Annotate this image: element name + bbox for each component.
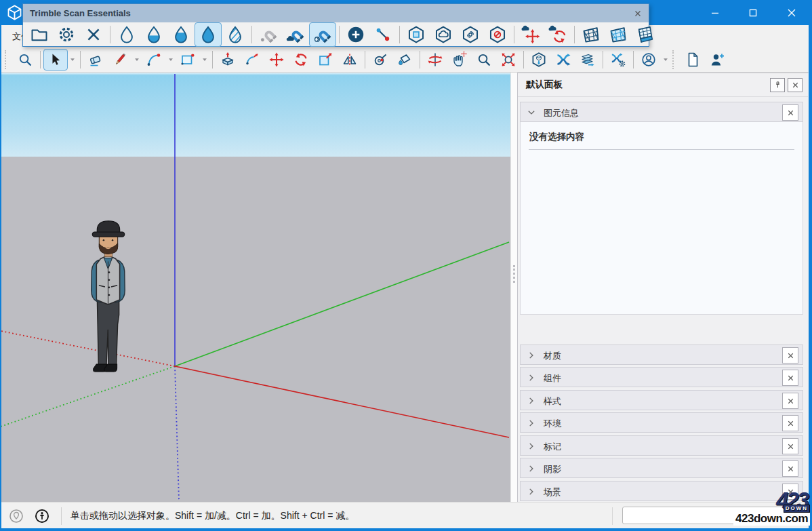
section-close-button[interactable] bbox=[782, 347, 798, 363]
push-pull-button[interactable] bbox=[216, 49, 240, 71]
drop-full-button[interactable] bbox=[195, 22, 222, 47]
hex-clipbox-button[interactable] bbox=[403, 22, 430, 47]
tray-pin-button[interactable] bbox=[770, 78, 785, 92]
scan-essentials-window[interactable]: Trimble Scan Essentials bbox=[22, 3, 649, 47]
mesh-shaded-button[interactable] bbox=[605, 22, 632, 47]
follow-me-button[interactable] bbox=[240, 49, 264, 71]
swap-arrows-button[interactable] bbox=[551, 49, 575, 71]
account-dropdown[interactable] bbox=[661, 50, 670, 69]
pencil-dropdown[interactable] bbox=[132, 50, 142, 69]
scan-essentials-close-button[interactable] bbox=[631, 7, 645, 20]
maximize-button[interactable] bbox=[737, 0, 769, 25]
chevron-down-icon bbox=[201, 56, 208, 63]
model-download-button[interactable] bbox=[527, 49, 551, 71]
layers-export-button[interactable] bbox=[575, 49, 600, 71]
move-button[interactable] bbox=[264, 49, 289, 71]
add-person-button[interactable] bbox=[705, 49, 729, 71]
scale-figure-person[interactable] bbox=[76, 218, 144, 377]
settings-gear-button[interactable] bbox=[53, 22, 80, 47]
zoom-extents-button[interactable] bbox=[496, 49, 521, 71]
drop-empty-button[interactable] bbox=[113, 22, 140, 47]
tray-section-entity-info[interactable]: 图元信息 bbox=[520, 102, 803, 122]
model-viewport[interactable] bbox=[0, 73, 510, 502]
toolbar-separator bbox=[399, 26, 400, 43]
geolocation-icon[interactable] bbox=[8, 508, 24, 524]
toolbar-drag-handle[interactable] bbox=[672, 50, 677, 69]
vcb-divider bbox=[612, 507, 613, 525]
arc-dropdown[interactable] bbox=[166, 50, 176, 69]
close-button[interactable] bbox=[776, 0, 807, 25]
select-button[interactable] bbox=[43, 49, 68, 71]
segment-points-button[interactable] bbox=[369, 22, 397, 47]
statusbar-divider bbox=[61, 507, 62, 525]
rectangle-button[interactable] bbox=[176, 49, 200, 71]
mesh-solid-button[interactable] bbox=[632, 22, 659, 47]
tray-section-styles[interactable]: 样式 bbox=[520, 390, 803, 410]
hex-cloud-button[interactable] bbox=[430, 22, 457, 47]
tray-section-environment[interactable]: 环境 bbox=[520, 412, 803, 433]
magnet-scan-button[interactable] bbox=[309, 22, 336, 47]
pencil-button[interactable] bbox=[108, 49, 132, 71]
arc-button[interactable] bbox=[142, 49, 166, 71]
tray-close-button[interactable] bbox=[788, 78, 803, 92]
section-close-button[interactable] bbox=[782, 104, 798, 121]
section-close-button[interactable] bbox=[782, 438, 798, 454]
zoom-extents-icon bbox=[500, 52, 516, 68]
scan-essentials-titlebar[interactable]: Trimble Scan Essentials bbox=[23, 4, 649, 22]
swap-settings-icon bbox=[610, 52, 626, 68]
toolbar-drag-handle[interactable] bbox=[5, 50, 9, 69]
pan-button[interactable] bbox=[447, 49, 472, 71]
tray-section-components[interactable]: 组件 bbox=[520, 367, 803, 387]
flip-button[interactable] bbox=[338, 49, 362, 71]
section-close-button[interactable] bbox=[782, 415, 798, 431]
move-cloud-button[interactable] bbox=[517, 22, 544, 47]
panel-splitter[interactable] bbox=[510, 73, 517, 502]
settings-gear-icon bbox=[57, 25, 76, 44]
magnet-cloud-button[interactable] bbox=[282, 22, 309, 47]
section-close-button[interactable] bbox=[782, 393, 798, 409]
toolbar-separator bbox=[523, 51, 524, 68]
credits-info-icon[interactable] bbox=[34, 508, 50, 524]
mesh-wireframe-button[interactable] bbox=[577, 22, 605, 47]
section-close-button[interactable] bbox=[782, 460, 798, 477]
add-point-button[interactable] bbox=[342, 22, 369, 47]
rectangle-icon bbox=[180, 52, 196, 68]
magnet-cloud-icon bbox=[286, 25, 305, 44]
drop-most-button[interactable] bbox=[167, 22, 195, 47]
tray-section-label: 环境 bbox=[544, 418, 561, 430]
new-document-button[interactable] bbox=[681, 49, 705, 71]
swap-settings-button[interactable] bbox=[606, 49, 630, 71]
scan-essentials-title: Trimble Scan Essentials bbox=[23, 8, 131, 18]
paint-bucket-button[interactable] bbox=[392, 49, 417, 71]
scale-button[interactable] bbox=[313, 49, 338, 71]
close-x-button[interactable] bbox=[80, 22, 107, 47]
zoom-button[interactable] bbox=[472, 49, 496, 71]
hex-scan-button[interactable] bbox=[457, 22, 484, 47]
tape-measure-button[interactable] bbox=[368, 49, 392, 71]
model-download-icon bbox=[531, 52, 547, 68]
rotate-cloud-button[interactable] bbox=[544, 22, 571, 47]
drop-hatched-button[interactable] bbox=[222, 22, 249, 47]
open-folder-button[interactable] bbox=[26, 22, 53, 47]
tray-section-tags[interactable]: 标记 bbox=[520, 435, 803, 456]
rectangle-dropdown[interactable] bbox=[200, 50, 209, 69]
tray-section-shadows[interactable]: 阴影 bbox=[520, 458, 803, 478]
hex-none-button[interactable] bbox=[484, 22, 511, 47]
select-dropdown[interactable] bbox=[68, 50, 77, 69]
close-icon bbox=[633, 9, 643, 18]
account-button[interactable] bbox=[636, 49, 661, 71]
rotate-button[interactable] bbox=[289, 49, 313, 71]
search-button[interactable] bbox=[13, 49, 37, 71]
orbit-button[interactable] bbox=[423, 49, 447, 71]
arc-icon bbox=[146, 52, 162, 68]
new-document-icon bbox=[685, 52, 701, 68]
chevron-right-icon bbox=[525, 486, 537, 498]
drop-half-button[interactable] bbox=[140, 22, 167, 47]
eraser-button[interactable] bbox=[83, 49, 108, 71]
section-close-button[interactable] bbox=[782, 370, 798, 386]
swap-arrows-icon bbox=[555, 52, 571, 68]
tray-section-materials[interactable]: 材质 bbox=[520, 345, 803, 365]
watermark-site-text: 423down.com bbox=[733, 512, 810, 526]
minimize-button[interactable] bbox=[699, 0, 731, 25]
paint-bucket-icon bbox=[397, 52, 413, 68]
